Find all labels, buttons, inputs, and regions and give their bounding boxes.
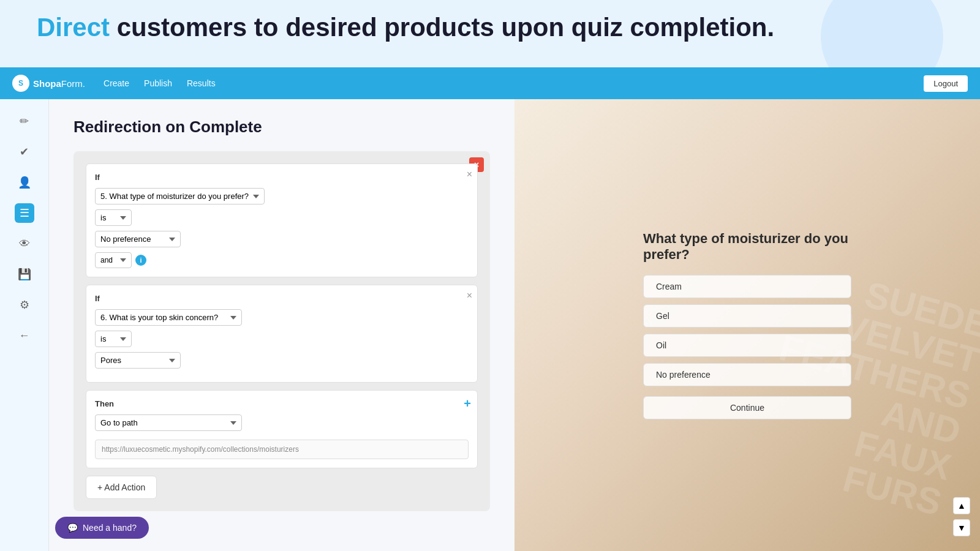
condition1-answer-select[interactable]: No preference (95, 231, 181, 247)
condition2-answer-select[interactable]: Pores (95, 352, 181, 369)
chat-icon: 💬 (67, 523, 78, 533)
need-hand-button[interactable]: 💬 Need a hand? (55, 517, 149, 539)
sidebar-icon-pencil[interactable]: ✏ (15, 111, 34, 131)
condition1-close-button[interactable]: × (467, 169, 472, 180)
navbar: S ShopaForm. Create Publish Results Logo… (0, 67, 980, 99)
quiz-question-text: What type of moisturizer do you prefer? (643, 231, 851, 263)
condition2-operator-row: is (95, 331, 469, 347)
condition2-label: If (95, 294, 469, 303)
rule-card: × × If 5. What type of moisturizer do yo… (74, 151, 490, 511)
condition1-connector-row: and i (95, 252, 469, 268)
panel-title: Redirection on Complete (74, 118, 490, 137)
scroll-up-button[interactable]: ▲ (953, 497, 970, 514)
condition-block-2: × If 6. What is your top skin concern? i… (86, 285, 478, 383)
main-area: ✏ ✔ 👤 ☰ 👁 💾 ⚙ ← Redirection on Complete … (0, 99, 980, 551)
sidebar-icon-save[interactable]: 💾 (15, 264, 34, 284)
then-label: Then (95, 399, 469, 408)
sidebar: ✏ ✔ 👤 ☰ 👁 💾 ⚙ ← (0, 99, 49, 551)
condition1-operator-select[interactable]: is (95, 209, 132, 226)
hero-rest: customers to desired products upon quiz … (110, 13, 774, 42)
sidebar-icon-check[interactable]: ✔ (15, 142, 34, 162)
then-block: + Then Go to path (86, 390, 478, 468)
nav-publish[interactable]: Publish (144, 78, 172, 88)
quiz-container: What type of moisturizer do you prefer? … (631, 219, 864, 432)
condition2-question-row: 6. What is your top skin concern? (95, 309, 469, 326)
quiz-option-no-preference[interactable]: No preference (643, 363, 851, 386)
condition2-answer-row: Pores (95, 352, 469, 369)
logout-button[interactable]: Logout (924, 75, 968, 92)
quiz-option-oil[interactable]: Oil (643, 334, 851, 357)
condition2-operator-select[interactable]: is (95, 331, 132, 347)
then-action-row: Go to path (95, 414, 469, 431)
condition1-answer-row: No preference (95, 231, 469, 247)
brand-logo: S (12, 75, 29, 92)
then-action-select[interactable]: Go to path (95, 414, 242, 431)
sidebar-icon-eye[interactable]: 👁 (15, 234, 34, 253)
info-icon[interactable]: i (135, 255, 146, 266)
quiz-option-gel[interactable]: Gel (643, 304, 851, 328)
nav-results[interactable]: Results (187, 78, 216, 88)
need-hand-label: Need a hand? (83, 523, 137, 533)
condition1-label: If (95, 173, 469, 182)
brand: S ShopaForm. (12, 75, 85, 92)
condition-block-1: × If 5. What type of moisturizer do you … (86, 163, 478, 277)
quiz-options: Cream Gel Oil No preference Continue (643, 275, 851, 419)
add-action-label: + Add Action (97, 482, 145, 492)
sidebar-icon-gear[interactable]: ⚙ (15, 295, 34, 315)
nav-links: Create Publish Results (104, 78, 216, 88)
add-action-button[interactable]: + Add Action (86, 476, 157, 499)
logout-area: Logout (924, 75, 968, 92)
condition2-question-select[interactable]: 6. What is your top skin concern? (95, 309, 242, 326)
sidebar-icon-users[interactable]: 👤 (15, 173, 34, 192)
hero-highlight: Direct (37, 13, 110, 42)
brand-name: ShopaForm. (33, 78, 85, 89)
then-plus-button[interactable]: + (464, 397, 471, 411)
condition1-connector-select[interactable]: and (95, 252, 132, 268)
hero-heading: Direct customers to desired products upo… (37, 12, 774, 43)
condition1-question-row: 5. What type of moisturizer do you prefe… (95, 188, 469, 204)
quiz-option-cream[interactable]: Cream (643, 275, 851, 298)
quiz-continue-button[interactable]: Continue (643, 396, 851, 419)
condition2-close-button[interactable]: × (467, 290, 472, 301)
scroll-down-button[interactable]: ▼ (953, 519, 970, 536)
condition1-question-select[interactable]: 5. What type of moisturizer do you prefe… (95, 188, 265, 204)
quiz-preview-panel: SUEDEVELVETFEATHERSANDFAUXFURS What type… (514, 99, 980, 551)
condition1-operator-row: is (95, 209, 469, 226)
sidebar-icon-settings-alt[interactable]: ☰ (15, 203, 34, 223)
then-url-input[interactable] (95, 440, 469, 459)
nav-create[interactable]: Create (104, 78, 129, 88)
sidebar-icon-back[interactable]: ← (15, 326, 34, 345)
center-panel: Redirection on Complete × × If 5. What t… (49, 99, 514, 551)
